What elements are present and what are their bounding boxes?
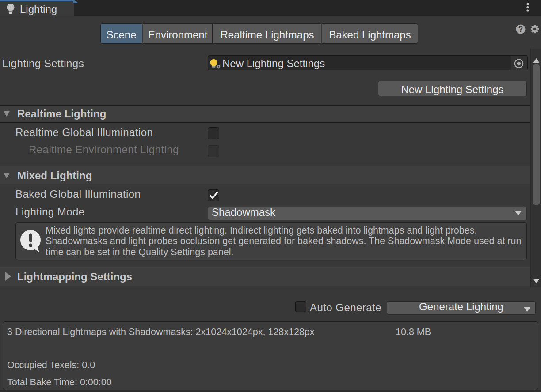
svg-text:?: ? [518, 25, 523, 34]
